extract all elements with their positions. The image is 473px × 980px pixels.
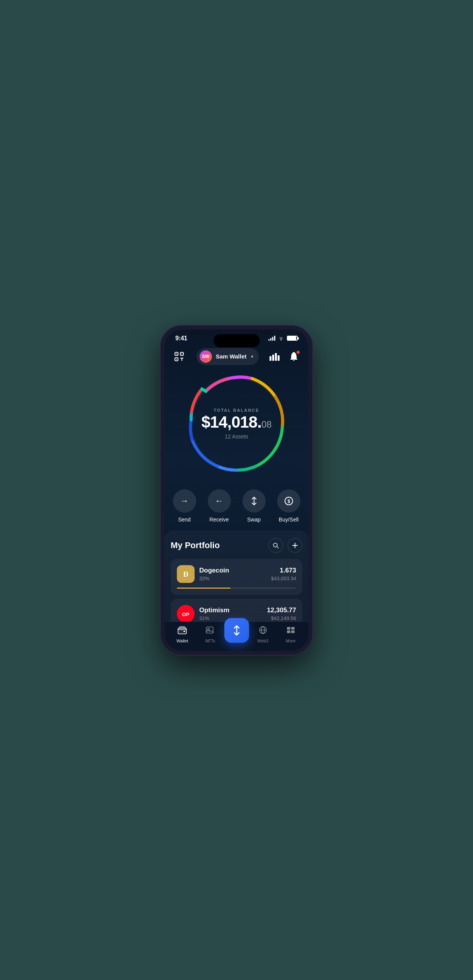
wallet-nav-icon: [178, 626, 187, 637]
phone-shell: 9:41: [161, 326, 312, 655]
dogecoin-progress-bar: [177, 588, 296, 589]
svg-text:OP: OP: [182, 611, 190, 617]
svg-text:$: $: [287, 499, 290, 504]
swap-button[interactable]: Swap: [242, 489, 266, 523]
dogecoin-pct: 32%: [199, 576, 229, 581]
portfolio-section: My Portfolio: [164, 530, 309, 622]
send-label: Send: [178, 516, 191, 523]
balance-assets: 12 Assets: [225, 433, 248, 440]
header-right: [268, 350, 301, 363]
nav-nfts[interactable]: NFTs: [196, 626, 224, 643]
svg-rect-8: [270, 356, 271, 361]
svg-rect-10: [275, 353, 277, 361]
optimism-logo: OP: [177, 605, 195, 622]
balance-label: TOTAL BALANCE: [214, 408, 259, 413]
action-center-button[interactable]: [224, 618, 249, 643]
optimism-value: $42,149.56: [271, 615, 296, 621]
nav-more[interactable]: More: [277, 626, 305, 643]
svg-rect-11: [278, 355, 280, 361]
asset-list: Ð Dogecoin 32% 1.673 $43,003.34: [171, 559, 302, 622]
notifications-button[interactable]: [287, 350, 301, 363]
dogecoin-logo: Ð: [177, 565, 195, 583]
search-button[interactable]: [268, 538, 283, 553]
status-time: 9:41: [175, 335, 187, 342]
portfolio-actions: [268, 538, 302, 553]
buysell-icon: $: [277, 489, 300, 513]
bottom-nav: Wallet NFTs: [164, 622, 309, 651]
dynamic-island: [214, 334, 260, 347]
svg-rect-5: [176, 359, 177, 360]
swap-label: Swap: [247, 516, 261, 523]
balance-section: TOTAL BALANCE $14,018. 08 12 Assets: [164, 370, 309, 482]
wallet-selector[interactable]: SW Sam Wallet ▾: [197, 348, 259, 365]
notification-badge: [296, 350, 300, 354]
chevron-down-icon: ▾: [251, 354, 253, 359]
receive-label: Receive: [209, 516, 229, 523]
svg-rect-21: [178, 628, 186, 634]
receive-button[interactable]: ← Receive: [208, 489, 231, 523]
buysell-label: Buy/Sell: [279, 516, 298, 523]
optimism-pct: 31%: [199, 615, 229, 621]
nav-wallet[interactable]: Wallet: [168, 626, 196, 643]
dogecoin-progress-fill: [177, 588, 231, 589]
web3-nav-icon: [258, 626, 268, 637]
more-nav-icon: [286, 626, 295, 637]
dogecoin-value: $43,003.34: [271, 576, 296, 581]
svg-line-16: [277, 547, 278, 548]
svg-rect-31: [291, 630, 295, 633]
balance-center: TOTAL BALANCE $14,018. 08 12 Assets: [201, 408, 271, 440]
balance-whole: $14,018.: [201, 414, 261, 430]
chart-button[interactable]: [268, 350, 281, 363]
wallet-nav-label: Wallet: [176, 639, 188, 643]
receive-icon: ←: [208, 489, 231, 513]
portfolio-title: My Portfolio: [171, 540, 220, 550]
avatar: SW: [200, 350, 212, 363]
svg-rect-22: [183, 631, 185, 632]
asset-item-dogecoin[interactable]: Ð Dogecoin 32% 1.673 $43,003.34: [171, 559, 302, 595]
web3-nav-label: Web3: [257, 639, 268, 643]
nfts-nav-icon: [205, 626, 215, 637]
balance-cents: 08: [261, 419, 272, 430]
wifi-icon: [278, 335, 284, 342]
svg-rect-9: [272, 355, 274, 361]
svg-rect-4: [181, 353, 182, 354]
wallet-name: Sam Wallet: [216, 353, 246, 360]
svg-rect-30: [287, 630, 290, 633]
dogecoin-name: Dogecoin: [199, 567, 229, 574]
optimism-amount: 12,305.77: [267, 606, 296, 614]
svg-rect-29: [291, 627, 295, 630]
screen: 9:41: [164, 329, 309, 651]
portfolio-header: My Portfolio: [171, 538, 302, 553]
battery-icon: [287, 336, 298, 341]
svg-rect-3: [176, 353, 177, 354]
buysell-button[interactable]: $ Buy/Sell: [277, 489, 300, 523]
action-buttons: → Send ← Receive Swap $: [164, 482, 309, 527]
swap-icon: [242, 489, 266, 513]
app-header: SW Sam Wallet ▾: [164, 345, 309, 370]
optimism-name: Optimism: [199, 606, 229, 614]
dogecoin-amount: 1.673: [280, 567, 296, 574]
send-icon: →: [173, 489, 196, 513]
svg-text:Ð: Ð: [183, 571, 188, 578]
signal-bars-icon: [268, 336, 275, 341]
status-icons: [268, 335, 298, 342]
more-nav-label: More: [286, 639, 295, 643]
scan-button[interactable]: [172, 350, 188, 363]
svg-rect-28: [287, 627, 290, 630]
add-button[interactable]: [288, 538, 302, 553]
nfts-nav-label: NFTs: [205, 639, 215, 643]
send-button[interactable]: → Send: [173, 489, 196, 523]
svg-rect-23: [206, 627, 213, 633]
nav-web3[interactable]: Web3: [249, 626, 277, 643]
balance-ring: TOTAL BALANCE $14,018. 08 12 Assets: [186, 374, 287, 474]
